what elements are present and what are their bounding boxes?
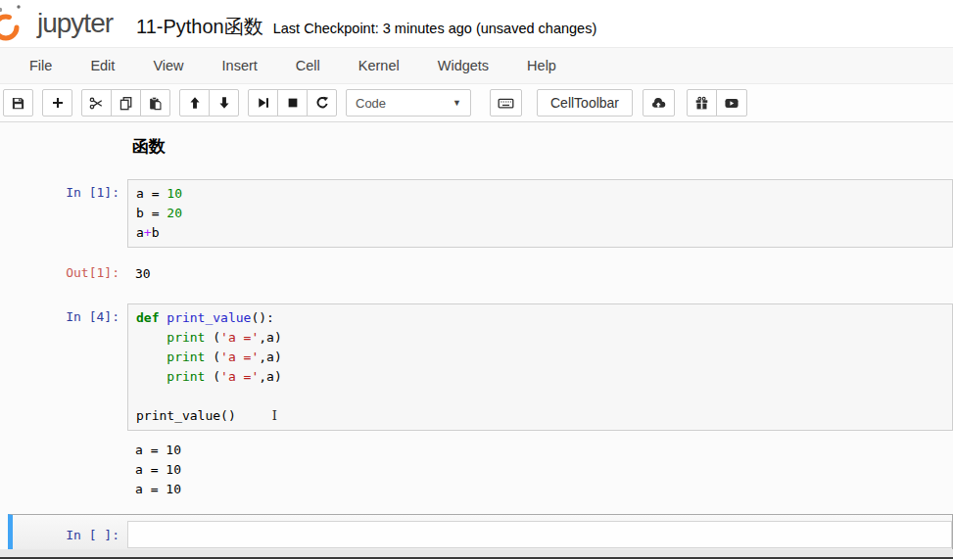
header: jupyter 11-Python函数 Last Checkpoint: 3 m… — [0, 0, 953, 47]
keyboard-icon — [498, 96, 514, 111]
stop-icon — [286, 96, 300, 110]
restart-icon — [315, 96, 329, 110]
menu-edit[interactable]: Edit — [77, 49, 127, 82]
menu-view[interactable]: View — [140, 49, 196, 82]
markdown-heading: 函数 — [132, 137, 166, 156]
code-line: a = 10 — [136, 184, 944, 204]
output-line: a = 10 — [135, 460, 953, 480]
output-line: a = 10 — [135, 480, 953, 499]
interrupt-kernel-button[interactable] — [277, 89, 308, 117]
code-line: b = 20 — [136, 204, 944, 223]
cell-type-select[interactable]: Code ▼ — [346, 89, 471, 117]
code-line: def print_value(): — [136, 308, 944, 328]
run-icon — [257, 96, 270, 110]
jupyter-logo-icon — [0, 1, 37, 46]
input-prompt: In [ ]: — [13, 527, 127, 543]
code-cell-1[interactable]: In [1]: a = 10 b = 20 a+b — [0, 179, 953, 248]
restart-kernel-button[interactable] — [307, 89, 337, 117]
notebook-title[interactable]: 11-Python函数 — [136, 14, 263, 40]
cut-icon — [89, 96, 104, 111]
video-play-icon — [724, 96, 739, 111]
code-line: print ('a =',a) — [136, 348, 944, 367]
copy-button[interactable] — [111, 89, 141, 117]
cloud-upload-icon — [650, 96, 667, 111]
command-palette-button[interactable] — [490, 89, 522, 117]
gift-icon — [694, 96, 709, 111]
move-cell-down-button[interactable] — [209, 89, 239, 117]
output-area-1: Out[1]: 30 — [0, 259, 953, 284]
paste-icon — [148, 96, 163, 111]
menu-insert[interactable]: Insert — [210, 49, 270, 82]
code-input-2[interactable]: def print_value(): print ('a =',a) print… — [127, 303, 953, 431]
code-line — [136, 387, 944, 406]
input-prompt: In [4]: — [0, 303, 127, 431]
empty-code-input[interactable] — [127, 521, 952, 548]
text-cursor-icon: I — [272, 408, 277, 423]
copy-icon — [119, 96, 133, 111]
menubar: File Edit View Insert Cell Kernel Widget… — [0, 47, 953, 84]
jupyter-logo[interactable]: jupyter — [0, 1, 113, 46]
move-cell-up-button[interactable] — [179, 89, 210, 117]
chevron-down-icon: ▼ — [453, 98, 461, 108]
code-input-1[interactable]: a = 10 b = 20 a+b — [127, 179, 953, 248]
input-prompt: In [1]: — [0, 179, 127, 248]
output-area-2: a = 10 a = 10 a = 10 — [0, 441, 953, 499]
menu-file[interactable]: File — [17, 49, 65, 82]
markdown-cell[interactable]: 函数 — [0, 122, 953, 162]
code-line: a+b — [136, 223, 944, 243]
save-icon — [11, 96, 25, 111]
cut-button[interactable] — [81, 89, 112, 117]
gift-button[interactable] — [687, 89, 717, 117]
add-cell-button[interactable] — [42, 89, 72, 117]
save-button[interactable] — [3, 89, 33, 117]
checkpoint-status: Last Checkpoint: 3 minutes ago (unsaved … — [273, 21, 596, 36]
video-tutorial-button[interactable] — [716, 89, 747, 117]
plus-icon — [51, 96, 65, 110]
logo-text: jupyter — [37, 8, 113, 39]
code-line: print ('a =',a) — [136, 367, 944, 387]
arrow-down-icon — [217, 96, 231, 110]
toolbar: Code ▼ CellToolbar — [0, 84, 953, 122]
cloud-upload-button[interactable] — [643, 89, 675, 117]
code-cell-2[interactable]: In [4]: def print_value(): print ('a =',… — [0, 303, 953, 431]
menu-help[interactable]: Help — [514, 49, 569, 82]
celltoolbar-button[interactable]: CellToolbar — [537, 89, 633, 117]
window-bottom-edge — [0, 557, 953, 559]
code-line: print_value()I — [136, 406, 944, 426]
code-line: print ('a =',a) — [136, 328, 944, 348]
menu-widgets[interactable]: Widgets — [425, 49, 501, 82]
menu-kernel[interactable]: Kernel — [346, 49, 412, 82]
run-cell-button[interactable] — [248, 89, 278, 117]
cell-type-value: Code — [356, 96, 386, 111]
paste-button[interactable] — [140, 89, 170, 117]
output-prompt: Out[1]: — [0, 259, 127, 284]
output-line: a = 10 — [135, 441, 953, 460]
notebook-area: 函数 In [1]: a = 10 b = 20 a+b Out[1]: 30 … — [0, 122, 953, 559]
menu-cell[interactable]: Cell — [283, 49, 333, 82]
output-value: 30 — [127, 259, 151, 284]
arrow-up-icon — [188, 96, 202, 110]
page-bottom-band — [0, 549, 953, 557]
